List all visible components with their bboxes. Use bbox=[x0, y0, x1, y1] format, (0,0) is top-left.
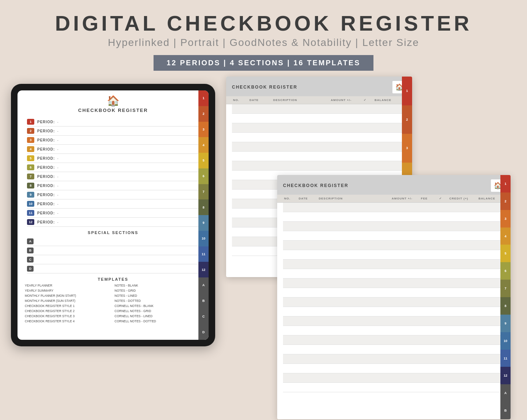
table-row bbox=[283, 250, 505, 260]
sidebar-tab[interactable]: 1 bbox=[198, 90, 209, 106]
table-row bbox=[283, 345, 505, 354]
template-item: CHECKBOOK REGISTER STYLE 1 bbox=[25, 303, 112, 308]
sidebar-tab[interactable]: 9 bbox=[500, 315, 511, 332]
table-cell bbox=[298, 326, 318, 335]
sidebar-tab[interactable]: 10 bbox=[500, 332, 511, 350]
sidebar-tab[interactable]: 3 bbox=[500, 210, 511, 228]
table-cell bbox=[318, 298, 391, 307]
sidebar-tab[interactable]: 5 bbox=[198, 153, 209, 168]
sidebar-tab[interactable]: 3 bbox=[198, 122, 209, 137]
table-cell bbox=[330, 104, 363, 113]
table-cell bbox=[420, 364, 438, 373]
sidebar-tab[interactable]: A bbox=[500, 384, 511, 402]
table-cell bbox=[420, 354, 438, 363]
special-sections-title: SPECIAL SECTIONS bbox=[23, 230, 203, 235]
sidebar-tab[interactable]: 12 bbox=[198, 262, 209, 277]
sidebar-tab[interactable]: 4 bbox=[198, 137, 209, 153]
table-cell bbox=[232, 123, 248, 132]
page2-rows bbox=[277, 203, 511, 392]
sidebar-tab[interactable]: B bbox=[500, 402, 511, 419]
table-cell bbox=[391, 212, 420, 221]
table-cell bbox=[391, 307, 420, 316]
table-cell bbox=[318, 335, 391, 345]
table-cell bbox=[298, 250, 318, 259]
table-row bbox=[283, 212, 505, 222]
sidebar-tab[interactable]: 5 bbox=[500, 245, 511, 262]
page2-table-header: NO.DATEDESCRIPTIONAMOUNT +/-FEE✓CREDIT (… bbox=[277, 195, 511, 203]
sidebar-tab[interactable]: 9 bbox=[198, 215, 209, 231]
table-cell bbox=[298, 364, 318, 373]
sidebar-tab[interactable]: 11 bbox=[500, 350, 511, 367]
table-cell bbox=[373, 133, 406, 142]
column-header: NO. bbox=[232, 98, 248, 102]
table-cell bbox=[448, 279, 477, 288]
table-cell bbox=[232, 104, 248, 113]
template-item: CORNELL NOTES - DOTTED bbox=[115, 319, 201, 323]
table-cell bbox=[298, 222, 318, 231]
table-cell bbox=[391, 203, 420, 212]
tablet-screen: 🏠 CHECKBOOK REGISTER 1 PERIOD: - 2 PERIO… bbox=[18, 90, 209, 340]
table-cell bbox=[318, 316, 391, 326]
table-row bbox=[283, 326, 505, 335]
sidebar-tab[interactable]: D bbox=[198, 324, 209, 340]
template-item: CHECKBOOK REGISTER STYLE 2 bbox=[25, 308, 112, 313]
sidebar-tab[interactable]: 2 bbox=[402, 105, 412, 134]
table-cell bbox=[248, 104, 272, 113]
table-cell bbox=[283, 298, 298, 307]
table-cell bbox=[298, 345, 318, 354]
table-cell bbox=[448, 260, 477, 269]
sidebar-tab[interactable]: 8 bbox=[500, 297, 511, 315]
table-row bbox=[283, 269, 505, 279]
table-cell bbox=[391, 316, 420, 326]
template-item: CHECKBOOK REGISTER STYLE 4 bbox=[25, 319, 112, 323]
sidebar-tab[interactable]: 6 bbox=[198, 168, 209, 184]
table-cell bbox=[318, 307, 391, 316]
sidebar-tab[interactable]: C bbox=[198, 309, 209, 324]
table-cell bbox=[272, 114, 330, 123]
column-header: DATE bbox=[298, 197, 318, 200]
sidebar-tab[interactable]: 11 bbox=[198, 246, 209, 262]
sidebar-tab[interactable]: 4 bbox=[500, 228, 511, 245]
sidebar-tab[interactable]: 2 bbox=[500, 192, 511, 210]
table-cell bbox=[438, 383, 448, 392]
page1-table-header: NO.DATEDESCRIPTIONAMOUNT +/-✓BALANCE bbox=[226, 96, 412, 104]
table-cell bbox=[438, 222, 448, 231]
table-cell bbox=[283, 231, 298, 240]
devices-area: 🏠 CHECKBOOK REGISTER 1 PERIOD: - 2 PERIO… bbox=[0, 77, 527, 420]
table-cell bbox=[438, 279, 448, 288]
tablet-home-icon: 🏠 bbox=[23, 95, 203, 107]
sidebar-tab[interactable]: 2 bbox=[198, 106, 209, 122]
sidebar-tab[interactable]: 10 bbox=[198, 231, 209, 246]
sidebar-tab[interactable]: 3 bbox=[402, 134, 412, 163]
special-row: B bbox=[27, 246, 199, 255]
table-cell bbox=[232, 246, 248, 256]
sidebar-tab[interactable]: 1 bbox=[500, 175, 511, 192]
table-cell bbox=[232, 209, 248, 218]
sidebar-tab[interactable]: 6 bbox=[500, 262, 511, 280]
table-cell bbox=[438, 298, 448, 307]
sidebar-tab[interactable]: B bbox=[198, 293, 209, 309]
table-cell bbox=[363, 142, 373, 151]
table-cell bbox=[283, 260, 298, 269]
page-header: DIGITAL CHECKBOOK REGISTER Hyperlinked |… bbox=[0, 0, 527, 74]
table-cell bbox=[318, 373, 391, 382]
sidebar-tab[interactable]: A bbox=[198, 277, 209, 293]
table-cell bbox=[318, 288, 391, 297]
sidebar-tab[interactable]: 7 bbox=[198, 184, 209, 200]
table-cell bbox=[420, 241, 438, 250]
table-cell bbox=[448, 203, 477, 212]
sidebar-tab[interactable]: 8 bbox=[198, 199, 209, 215]
sidebar-tab[interactable]: 12 bbox=[500, 367, 511, 384]
table-cell bbox=[248, 161, 272, 170]
sidebar-tab[interactable]: 7 bbox=[500, 280, 511, 297]
table-cell bbox=[248, 237, 272, 246]
tablet-device: 🏠 CHECKBOOK REGISTER 1 PERIOD: - 2 PERIO… bbox=[11, 84, 215, 346]
table-cell bbox=[391, 250, 420, 259]
page2-sidebar: 123456789101112AB bbox=[500, 175, 511, 419]
table-cell bbox=[283, 250, 298, 259]
special-row: A bbox=[27, 237, 199, 246]
table-cell bbox=[298, 203, 318, 212]
sidebar-tab[interactable]: 1 bbox=[402, 77, 412, 105]
period-row: 9 PERIOD: - bbox=[27, 190, 199, 199]
table-cell bbox=[318, 383, 391, 392]
